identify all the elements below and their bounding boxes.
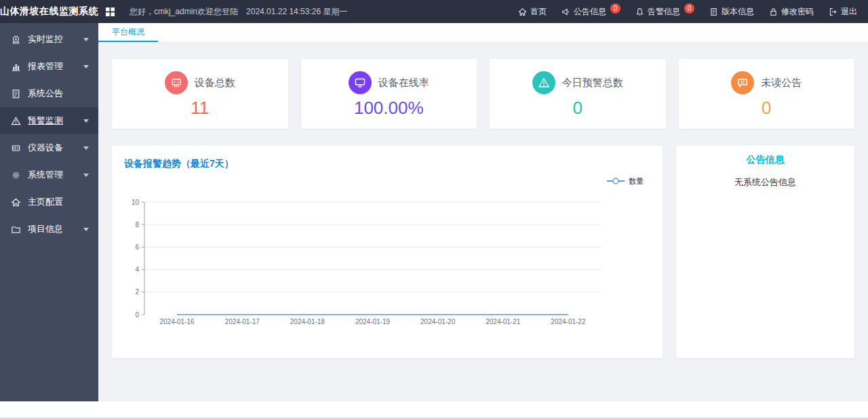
sidebar-item-label: 仪器设备 (28, 142, 63, 154)
sidebar: 实时监控 报表管理 系统公告 预警监测 仪器设 (0, 23, 98, 401)
notice-icon (11, 89, 21, 99)
stat-card-today-warnings: 今日预警总数 0 (490, 59, 666, 129)
chevron-down-icon (83, 174, 89, 177)
svg-text:8: 8 (135, 221, 139, 228)
header: 山体滑坡在线监测系统 您好，cmkj_admin欢迎您登陆 2024.01.22… (0, 0, 868, 23)
stat-label: 未读公告 (761, 77, 802, 89)
stat-label: 今日预警总数 (562, 77, 623, 89)
tab-bar: 平台概况 (98, 23, 868, 43)
stat-label: 设备总数 (195, 77, 235, 89)
today-warning-icon (532, 71, 555, 94)
greeting-text: 您好，cmkj_admin欢迎您登陆 (130, 6, 238, 18)
stat-value: 11 (191, 99, 209, 117)
main-content: 设备总数 11 设备在线率 100.00% 今日预警总数 (98, 43, 868, 419)
chevron-down-icon (83, 65, 89, 68)
notice-card-title: 公告信息 (676, 154, 854, 166)
nav-change-password[interactable]: 修改密码 (769, 6, 814, 18)
app-title: 山体滑坡在线监测系统 (0, 0, 98, 23)
nav-version-label: 版本信息 (722, 6, 754, 18)
stat-value: 0 (573, 99, 583, 117)
home-icon (518, 7, 527, 16)
stat-label: 设备在线率 (378, 77, 429, 89)
footer-strip (0, 401, 868, 419)
announcement-icon (561, 7, 570, 16)
homepage-icon (11, 197, 21, 207)
stat-top: 今日预警总数 (532, 71, 623, 94)
nav-announcements[interactable]: 公告信息 0 (561, 6, 620, 18)
header-nav: 首页 公告信息 0 告警信息 0 版本信息 (518, 6, 868, 18)
nav-version[interactable]: 版本信息 (709, 6, 754, 18)
report-icon (11, 62, 21, 72)
nav-logout-label: 退出 (841, 6, 857, 18)
stats-row: 设备总数 11 设备在线率 100.00% 今日预警总数 (112, 59, 854, 129)
chevron-down-icon (83, 38, 89, 41)
stat-top: 设备总数 (165, 71, 235, 94)
sidebar-item-label: 主页配置 (28, 196, 63, 208)
chevron-down-icon (83, 146, 89, 150)
alarms-badge: 0 (684, 3, 694, 14)
nav-change-password-label: 修改密码 (781, 6, 814, 18)
logout-icon (829, 7, 837, 16)
sidebar-item-label: 预警监测 (28, 115, 63, 127)
password-icon (769, 7, 778, 16)
svg-text:2024-01-22: 2024-01-22 (551, 318, 586, 325)
sidebar-item-homepage-config[interactable]: 主页配置 (0, 188, 98, 216)
unread-notice-icon (731, 71, 754, 94)
svg-text:6: 6 (135, 243, 139, 251)
sidebar-item-system-notice[interactable]: 系统公告 (0, 80, 98, 107)
sidebar-item-warning-monitor[interactable]: 预警监测 (0, 107, 98, 134)
svg-text:2024-01-19: 2024-01-19 (355, 318, 391, 325)
version-icon (709, 7, 718, 16)
sidebar-item-label: 系统管理 (28, 169, 63, 181)
online-rate-icon (349, 71, 372, 94)
sidebar-item-project-info[interactable]: 项目信息 (0, 216, 98, 243)
stat-value: 0 (762, 99, 771, 117)
stat-card-online-rate: 设备在线率 100.00% (301, 59, 477, 129)
nav-logout[interactable]: 退出 (829, 6, 857, 18)
stat-top: 设备在线率 (349, 71, 429, 94)
monitor-icon (11, 35, 21, 45)
svg-text:2: 2 (135, 288, 139, 296)
settings-icon (11, 170, 21, 180)
tab-platform-overview[interactable]: 平台概况 (98, 23, 158, 42)
svg-text:10: 10 (132, 199, 140, 206)
tab-label: 平台概况 (112, 26, 144, 38)
nav-announcements-label: 公告信息 (574, 6, 606, 18)
sidebar-item-realtime-monitor[interactable]: 实时监控 (0, 26, 98, 53)
warning-icon (11, 116, 21, 126)
nav-alarms[interactable]: 告警信息 0 (635, 6, 694, 18)
sidebar-item-system-settings[interactable]: 系统管理 (0, 161, 98, 188)
stat-value: 100.00% (354, 99, 424, 117)
svg-text:数量: 数量 (629, 177, 644, 185)
chart-title: 设备报警趋势（最近7天） (124, 158, 650, 170)
menu-grid-icon[interactable] (98, 0, 121, 23)
datetime-text: 2024.01.22 14:53:26 星期一 (246, 6, 347, 18)
svg-text:2024-01-17: 2024-01-17 (225, 318, 260, 325)
nav-home-label: 首页 (530, 6, 547, 18)
notice-card: 公告信息 无系统公告信息 (676, 146, 854, 358)
svg-text:0: 0 (135, 311, 139, 319)
nav-home[interactable]: 首页 (518, 6, 547, 18)
sidebar-item-instruments[interactable]: 仪器设备 (0, 134, 98, 161)
alarm-icon (635, 7, 644, 16)
project-icon (11, 224, 21, 235)
trend-chart-svg: 02468102024-01-162024-01-172024-01-18202… (124, 170, 650, 336)
sidebar-item-reports[interactable]: 报表管理 (0, 53, 98, 80)
svg-text:2024-01-16: 2024-01-16 (159, 318, 195, 325)
chevron-down-icon (83, 119, 89, 123)
stat-card-unread-notices: 未读公告 0 (679, 59, 855, 129)
sidebar-item-label: 实时监控 (28, 33, 63, 45)
device-icon (11, 143, 21, 153)
page: 山体滑坡在线监测系统 您好，cmkj_admin欢迎您登陆 2024.01.22… (0, 0, 868, 419)
svg-text:2024-01-21: 2024-01-21 (486, 318, 521, 325)
notice-empty-text: 无系统公告信息 (676, 176, 854, 188)
svg-text:4: 4 (135, 266, 139, 273)
chevron-down-icon (83, 228, 89, 231)
svg-text:2024-01-18: 2024-01-18 (290, 318, 326, 325)
nav-alarms-label: 告警信息 (648, 6, 680, 18)
stat-top: 未读公告 (731, 71, 802, 94)
sidebar-item-label: 系统公告 (28, 87, 63, 100)
announcements-badge: 0 (610, 3, 620, 14)
alarm-trend-card: 设备报警趋势（最近7天） 02468102024-01-162024-01-17… (112, 146, 663, 358)
second-row: 设备报警趋势（最近7天） 02468102024-01-162024-01-17… (112, 146, 854, 358)
